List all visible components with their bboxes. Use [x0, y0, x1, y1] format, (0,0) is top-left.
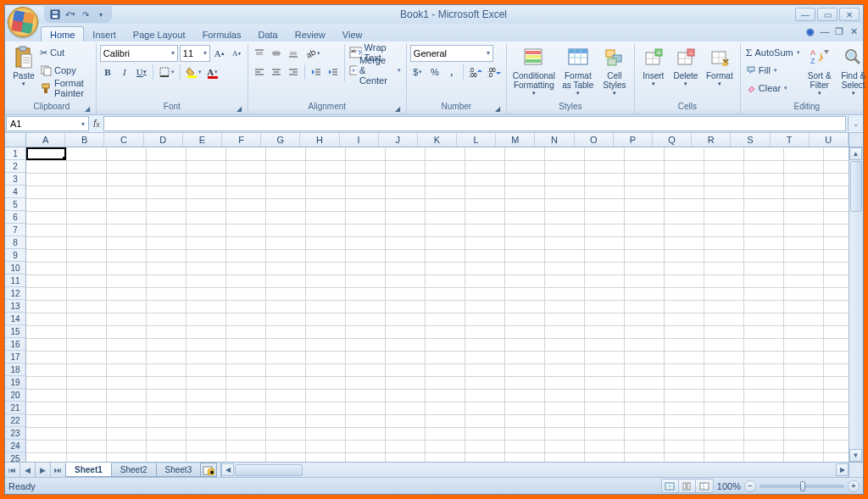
hscroll-thumb[interactable]: [235, 464, 303, 476]
row-header[interactable]: 16: [5, 338, 25, 351]
row-header[interactable]: 21: [5, 402, 25, 414]
fill-color-button[interactable]: [184, 64, 203, 80]
accounting-format-button[interactable]: $: [410, 64, 426, 80]
row-header[interactable]: 20: [5, 389, 25, 402]
save-icon[interactable]: [49, 8, 61, 20]
page-break-view-button[interactable]: [696, 480, 713, 492]
delete-cells-button[interactable]: – Delete▾: [670, 44, 701, 89]
shrink-font-button[interactable]: A▾: [229, 45, 244, 62]
insert-cells-button[interactable]: + Insert▾: [638, 44, 669, 89]
increase-indent-button[interactable]: [326, 64, 341, 80]
horizontal-scrollbar[interactable]: ◀ ▶: [220, 463, 863, 477]
close-button[interactable]: ✕: [839, 8, 860, 21]
align-middle-button[interactable]: [269, 45, 284, 62]
column-header[interactable]: A: [26, 133, 65, 147]
zoom-level[interactable]: 100%: [717, 481, 741, 491]
zoom-slider-handle[interactable]: [800, 481, 805, 491]
column-header[interactable]: K: [418, 133, 457, 147]
column-header[interactable]: T: [771, 133, 810, 147]
font-size-combo[interactable]: 11▾: [180, 45, 210, 62]
percent-format-button[interactable]: %: [427, 64, 442, 80]
cell-grid[interactable]: [26, 147, 849, 462]
row-header[interactable]: 2: [5, 160, 25, 173]
column-header[interactable]: P: [614, 133, 653, 147]
row-header[interactable]: 15: [5, 325, 25, 338]
row-header[interactable]: 1: [5, 147, 25, 160]
row-header[interactable]: 6: [5, 211, 25, 224]
bold-button[interactable]: B: [100, 64, 115, 80]
column-header[interactable]: J: [379, 133, 418, 147]
column-header[interactable]: Q: [653, 133, 692, 147]
tab-data[interactable]: Data: [249, 27, 286, 42]
sheet-nav-prev[interactable]: ◀: [20, 463, 36, 477]
increase-decimal-button[interactable]: .0.00: [467, 64, 484, 80]
row-header[interactable]: 25: [5, 452, 25, 462]
row-header[interactable]: 17: [5, 351, 25, 363]
qat-customize-icon[interactable]: ▾: [95, 8, 107, 20]
redo-icon[interactable]: ↷: [80, 8, 92, 20]
mdi-close[interactable]: ✕: [848, 25, 860, 37]
office-button[interactable]: [8, 7, 38, 37]
underline-button[interactable]: U▾: [134, 64, 149, 80]
fill-button[interactable]: Fill: [744, 62, 802, 79]
row-header[interactable]: 9: [5, 249, 25, 262]
align-bottom-button[interactable]: [286, 45, 301, 62]
column-header[interactable]: M: [496, 133, 535, 147]
sheet-tab[interactable]: Sheet1: [65, 463, 112, 477]
undo-icon[interactable]: ↶▾: [64, 8, 76, 20]
minimize-button[interactable]: —: [795, 8, 815, 21]
row-header[interactable]: 4: [5, 186, 25, 198]
column-header[interactable]: F: [222, 133, 261, 147]
scroll-up-arrow[interactable]: ▲: [849, 147, 862, 160]
formula-input[interactable]: [103, 116, 846, 131]
column-header[interactable]: H: [300, 133, 339, 147]
format-as-table-button[interactable]: Format as Table ▾: [559, 44, 597, 98]
column-header[interactable]: O: [575, 133, 614, 147]
row-header[interactable]: 3: [5, 173, 25, 186]
font-dialog-launcher[interactable]: ◢: [234, 103, 244, 114]
row-header[interactable]: 22: [5, 414, 25, 427]
normal-view-button[interactable]: [662, 480, 679, 492]
vertical-scrollbar[interactable]: ▲ ▼: [849, 147, 863, 462]
decrease-indent-button[interactable]: [309, 64, 324, 80]
column-header[interactable]: B: [65, 133, 104, 147]
column-header[interactable]: L: [457, 133, 496, 147]
row-header[interactable]: 12: [5, 287, 25, 300]
tab-review[interactable]: Review: [287, 27, 334, 42]
help-button[interactable]: ◉: [804, 25, 816, 37]
column-header[interactable]: G: [261, 133, 300, 147]
paste-button[interactable]: Paste▾: [11, 44, 36, 89]
page-layout-view-button[interactable]: [679, 480, 696, 492]
column-header[interactable]: I: [340, 133, 379, 147]
row-header[interactable]: 24: [5, 440, 25, 452]
align-right-button[interactable]: [286, 64, 301, 80]
expand-formula-bar[interactable]: ⌄: [848, 116, 863, 131]
maximize-button[interactable]: ▭: [817, 8, 837, 21]
fx-icon[interactable]: fx: [93, 118, 100, 130]
comma-format-button[interactable]: ,: [444, 64, 459, 80]
format-cells-button[interactable]: Format▾: [703, 44, 737, 89]
zoom-in-button[interactable]: +: [848, 480, 860, 492]
column-header[interactable]: E: [183, 133, 222, 147]
zoom-out-button[interactable]: −: [744, 480, 756, 492]
merge-center-button[interactable]: Merge & Center: [348, 62, 402, 79]
row-header[interactable]: 14: [5, 313, 25, 325]
scroll-down-arrow[interactable]: ▼: [849, 449, 862, 462]
clipboard-dialog-launcher[interactable]: ◢: [82, 103, 92, 114]
alignment-dialog-launcher[interactable]: ◢: [392, 103, 403, 114]
align-top-button[interactable]: [252, 45, 267, 62]
number-dialog-launcher[interactable]: ◢: [492, 103, 503, 114]
scroll-right-arrow[interactable]: ▶: [836, 463, 849, 476]
tab-formulas[interactable]: Formulas: [194, 27, 250, 42]
orientation-button[interactable]: ab: [303, 45, 322, 62]
sort-filter-button[interactable]: AZ Sort & Filter ▾: [804, 44, 836, 98]
vscroll-thumb[interactable]: [850, 161, 862, 212]
row-header[interactable]: 7: [5, 224, 25, 236]
grow-font-button[interactable]: A▴: [212, 45, 227, 62]
align-center-button[interactable]: [269, 64, 284, 80]
mdi-minimize[interactable]: —: [819, 25, 831, 37]
tab-home[interactable]: Home: [41, 26, 84, 42]
autosum-button[interactable]: ΣAutoSum: [744, 44, 802, 61]
tab-insert[interactable]: Insert: [84, 27, 125, 42]
name-box[interactable]: A1▾: [6, 116, 89, 131]
